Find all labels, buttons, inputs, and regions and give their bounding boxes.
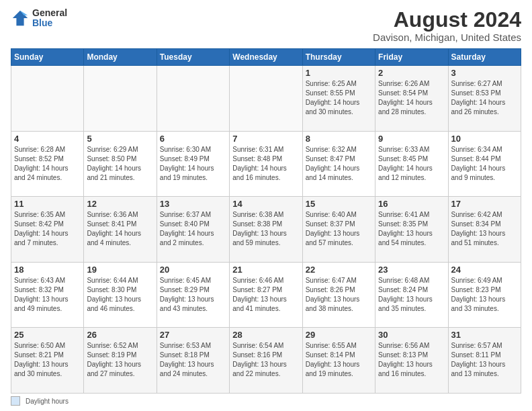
day-info-2-6: Sunrise: 6:42 AM Sunset: 8:34 PM Dayligh…: [451, 210, 518, 248]
day-number-0-6: 3: [451, 68, 518, 78]
day-number-4-6: 31: [451, 330, 518, 340]
page: General Blue August 2024 Davison, Michig…: [0, 0, 532, 411]
day-cell-4-0: 25Sunrise: 6:50 AM Sunset: 8:21 PM Dayli…: [11, 328, 84, 394]
day-info-3-0: Sunrise: 6:43 AM Sunset: 8:32 PM Dayligh…: [14, 276, 81, 314]
week-row-4: 25Sunrise: 6:50 AM Sunset: 8:21 PM Dayli…: [11, 328, 521, 394]
day-cell-0-1: [84, 66, 157, 132]
day-info-2-4: Sunrise: 6:40 AM Sunset: 8:37 PM Dayligh…: [306, 210, 372, 248]
day-number-1-3: 7: [232, 134, 299, 144]
day-info-4-0: Sunrise: 6:50 AM Sunset: 8:21 PM Dayligh…: [14, 341, 81, 379]
day-info-4-1: Sunrise: 6:52 AM Sunset: 8:19 PM Dayligh…: [87, 341, 153, 379]
header-monday: Monday: [84, 49, 157, 66]
day-cell-0-3: [230, 66, 302, 132]
logo: General Blue: [11, 8, 67, 29]
day-cell-1-1: 5Sunrise: 6:29 AM Sunset: 8:50 PM Daylig…: [84, 131, 157, 197]
calendar-table: Sunday Monday Tuesday Wednesday Thursday…: [11, 48, 521, 394]
logo-icon: [11, 9, 30, 28]
day-info-3-4: Sunrise: 6:47 AM Sunset: 8:26 PM Dayligh…: [306, 276, 372, 314]
day-cell-0-2: [157, 66, 229, 132]
day-number-4-4: 29: [306, 330, 372, 340]
day-cell-2-3: 14Sunrise: 6:38 AM Sunset: 8:38 PM Dayli…: [230, 197, 302, 263]
day-number-2-4: 15: [306, 199, 372, 209]
day-cell-2-1: 12Sunrise: 6:36 AM Sunset: 8:41 PM Dayli…: [84, 197, 157, 263]
day-number-4-5: 30: [378, 330, 445, 340]
day-info-0-6: Sunrise: 6:27 AM Sunset: 8:53 PM Dayligh…: [451, 79, 518, 117]
day-number-4-2: 27: [160, 330, 226, 340]
day-info-3-6: Sunrise: 6:49 AM Sunset: 8:23 PM Dayligh…: [451, 276, 518, 314]
logo-text: General Blue: [32, 8, 67, 29]
day-number-4-3: 28: [232, 330, 299, 340]
day-number-1-5: 9: [378, 134, 445, 144]
day-number-2-3: 14: [232, 199, 299, 209]
day-info-4-2: Sunrise: 6:53 AM Sunset: 8:18 PM Dayligh…: [160, 341, 226, 379]
day-info-4-4: Sunrise: 6:55 AM Sunset: 8:14 PM Dayligh…: [306, 341, 372, 379]
day-cell-2-5: 16Sunrise: 6:41 AM Sunset: 8:35 PM Dayli…: [375, 197, 448, 263]
day-info-2-1: Sunrise: 6:36 AM Sunset: 8:41 PM Dayligh…: [87, 210, 153, 248]
day-cell-2-6: 17Sunrise: 6:42 AM Sunset: 8:34 PM Dayli…: [448, 197, 521, 263]
day-number-3-2: 20: [160, 265, 226, 275]
day-cell-1-6: 10Sunrise: 6:34 AM Sunset: 8:44 PM Dayli…: [448, 131, 521, 197]
day-cell-4-6: 31Sunrise: 6:57 AM Sunset: 8:11 PM Dayli…: [448, 328, 521, 394]
footer: Daylight hours: [11, 396, 521, 406]
day-number-1-1: 5: [87, 134, 153, 144]
day-info-1-4: Sunrise: 6:32 AM Sunset: 8:47 PM Dayligh…: [306, 145, 372, 183]
day-number-2-2: 13: [160, 199, 226, 209]
day-number-2-6: 17: [451, 199, 518, 209]
day-number-2-5: 16: [378, 199, 445, 209]
day-number-3-5: 23: [378, 265, 445, 275]
day-number-2-1: 12: [87, 199, 153, 209]
day-info-3-3: Sunrise: 6:46 AM Sunset: 8:27 PM Dayligh…: [232, 276, 299, 314]
calendar-title: August 2024: [373, 8, 521, 32]
day-cell-3-2: 20Sunrise: 6:45 AM Sunset: 8:29 PM Dayli…: [157, 262, 229, 328]
day-info-3-1: Sunrise: 6:44 AM Sunset: 8:30 PM Dayligh…: [87, 276, 153, 314]
day-cell-4-4: 29Sunrise: 6:55 AM Sunset: 8:14 PM Dayli…: [302, 328, 375, 394]
week-row-3: 18Sunrise: 6:43 AM Sunset: 8:32 PM Dayli…: [11, 262, 521, 328]
day-info-1-5: Sunrise: 6:33 AM Sunset: 8:45 PM Dayligh…: [378, 145, 445, 183]
header: General Blue August 2024 Davison, Michig…: [11, 8, 521, 43]
day-number-4-0: 25: [14, 330, 81, 340]
day-number-1-6: 10: [451, 134, 518, 144]
day-info-0-5: Sunrise: 6:26 AM Sunset: 8:54 PM Dayligh…: [378, 79, 445, 117]
day-info-1-1: Sunrise: 6:29 AM Sunset: 8:50 PM Dayligh…: [87, 145, 153, 183]
day-cell-4-2: 27Sunrise: 6:53 AM Sunset: 8:18 PM Dayli…: [157, 328, 229, 394]
day-number-3-1: 19: [87, 265, 153, 275]
day-number-3-3: 21: [232, 265, 299, 275]
day-info-2-3: Sunrise: 6:38 AM Sunset: 8:38 PM Dayligh…: [232, 210, 299, 248]
day-cell-3-0: 18Sunrise: 6:43 AM Sunset: 8:32 PM Dayli…: [11, 262, 84, 328]
day-cell-2-0: 11Sunrise: 6:35 AM Sunset: 8:42 PM Dayli…: [11, 197, 84, 263]
day-info-3-2: Sunrise: 6:45 AM Sunset: 8:29 PM Dayligh…: [160, 276, 226, 314]
day-info-1-6: Sunrise: 6:34 AM Sunset: 8:44 PM Dayligh…: [451, 145, 518, 183]
day-info-3-5: Sunrise: 6:48 AM Sunset: 8:24 PM Dayligh…: [378, 276, 445, 314]
day-info-1-2: Sunrise: 6:30 AM Sunset: 8:49 PM Dayligh…: [160, 145, 226, 183]
day-cell-3-5: 23Sunrise: 6:48 AM Sunset: 8:24 PM Dayli…: [375, 262, 448, 328]
day-cell-3-6: 24Sunrise: 6:49 AM Sunset: 8:23 PM Dayli…: [448, 262, 521, 328]
week-row-1: 4Sunrise: 6:28 AM Sunset: 8:52 PM Daylig…: [11, 131, 521, 197]
day-info-0-4: Sunrise: 6:25 AM Sunset: 8:55 PM Dayligh…: [306, 79, 372, 117]
day-info-2-0: Sunrise: 6:35 AM Sunset: 8:42 PM Dayligh…: [14, 210, 81, 248]
header-sunday: Sunday: [11, 49, 84, 66]
day-number-1-0: 4: [14, 134, 81, 144]
day-cell-3-1: 19Sunrise: 6:44 AM Sunset: 8:30 PM Dayli…: [84, 262, 157, 328]
header-tuesday: Tuesday: [157, 49, 229, 66]
day-number-3-4: 22: [306, 265, 372, 275]
day-number-4-1: 26: [87, 330, 153, 340]
day-cell-2-2: 13Sunrise: 6:37 AM Sunset: 8:40 PM Dayli…: [157, 197, 229, 263]
calendar-subtitle: Davison, Michigan, United States: [373, 32, 521, 43]
day-info-2-5: Sunrise: 6:41 AM Sunset: 8:35 PM Dayligh…: [378, 210, 445, 248]
day-cell-0-6: 3Sunrise: 6:27 AM Sunset: 8:53 PM Daylig…: [448, 66, 521, 132]
day-cell-0-5: 2Sunrise: 6:26 AM Sunset: 8:54 PM Daylig…: [375, 66, 448, 132]
day-info-4-5: Sunrise: 6:56 AM Sunset: 8:13 PM Dayligh…: [378, 341, 445, 379]
day-info-2-2: Sunrise: 6:37 AM Sunset: 8:40 PM Dayligh…: [160, 210, 226, 248]
day-cell-1-4: 8Sunrise: 6:32 AM Sunset: 8:47 PM Daylig…: [302, 131, 375, 197]
day-number-0-5: 2: [378, 68, 445, 78]
day-cell-1-5: 9Sunrise: 6:33 AM Sunset: 8:45 PM Daylig…: [375, 131, 448, 197]
logo-blue-text: Blue: [32, 18, 67, 28]
day-cell-4-5: 30Sunrise: 6:56 AM Sunset: 8:13 PM Dayli…: [375, 328, 448, 394]
day-info-1-3: Sunrise: 6:31 AM Sunset: 8:48 PM Dayligh…: [232, 145, 299, 183]
day-cell-4-3: 28Sunrise: 6:54 AM Sunset: 8:16 PM Dayli…: [230, 328, 302, 394]
svg-marker-0: [13, 11, 28, 26]
day-cell-2-4: 15Sunrise: 6:40 AM Sunset: 8:37 PM Dayli…: [302, 197, 375, 263]
day-cell-1-2: 6Sunrise: 6:30 AM Sunset: 8:49 PM Daylig…: [157, 131, 229, 197]
day-info-4-3: Sunrise: 6:54 AM Sunset: 8:16 PM Dayligh…: [232, 341, 299, 379]
header-wednesday: Wednesday: [230, 49, 302, 66]
